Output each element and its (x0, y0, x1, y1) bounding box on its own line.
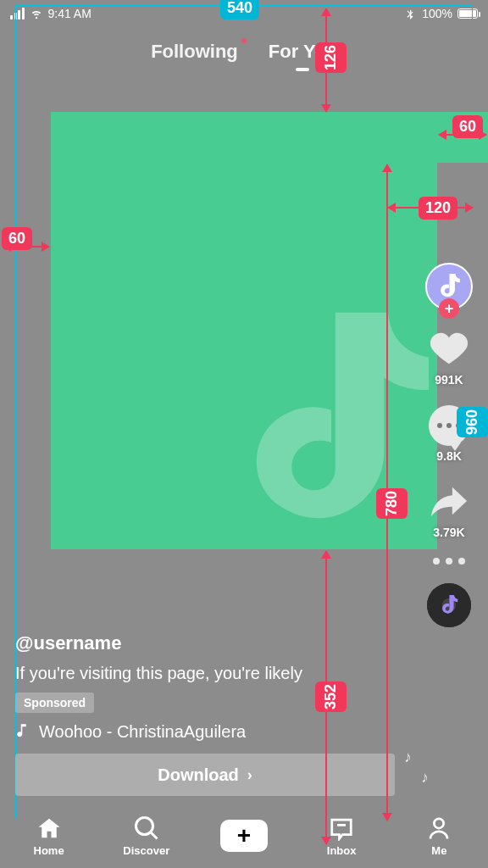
plus-icon: + (237, 824, 251, 848)
like-count: 991K (435, 373, 463, 387)
nav-inbox-label: Inbox (327, 844, 357, 857)
ad-media-placeholder[interactable] (51, 112, 437, 549)
tiktok-avatar-icon (436, 274, 462, 299)
music-title: Woohoo - ChristinaAguilera (39, 722, 246, 742)
nav-inbox[interactable]: Inbox (308, 815, 375, 857)
tab-following[interactable]: Following (151, 41, 238, 63)
music-row[interactable]: Woohoo - ChristinaAguilera (15, 721, 395, 743)
person-icon (426, 815, 452, 841)
author-username[interactable]: @username (15, 632, 395, 654)
comment-button[interactable]: 9.8K (429, 405, 469, 463)
sponsored-badge: Sponsored (15, 693, 94, 713)
share-button[interactable]: 3.79K (429, 481, 469, 539)
disc-note-icon (440, 595, 458, 615)
search-icon (134, 815, 159, 841)
status-time: 9:41 AM (48, 7, 92, 20)
status-right: 100% (403, 7, 478, 20)
nav-me[interactable]: Me (405, 815, 473, 857)
cta-label: Download (158, 765, 239, 785)
chevron-right-icon: › (247, 766, 252, 784)
share-icon (430, 482, 469, 521)
tab-for-you-label: For You (269, 41, 337, 62)
nav-me-label: Me (431, 844, 446, 857)
dim-left-margin: 60 (2, 227, 32, 250)
share-count: 3.79K (433, 526, 464, 539)
music-note-icon (15, 721, 30, 738)
dim-arrow-left (3, 246, 49, 248)
app-root: 9:41 AM 100% Following For You + (0, 0, 488, 868)
feed-tabs: Following For You (0, 41, 488, 63)
inbox-icon (329, 815, 354, 841)
nav-home-label: Home (34, 844, 64, 857)
sound-disc[interactable] (427, 583, 471, 627)
status-bar: 9:41 AM 100% (0, 0, 488, 27)
bottom-nav: Home Discover + Inbox Me (0, 804, 488, 868)
tab-for-you[interactable]: For You (269, 41, 337, 63)
video-info: @username If you're visiting this page, … (15, 632, 395, 743)
home-icon (36, 815, 62, 841)
wifi-icon (30, 8, 43, 19)
status-left: 9:41 AM (10, 7, 92, 20)
battery-icon (458, 8, 478, 19)
battery-percent: 100% (422, 7, 452, 20)
like-button[interactable]: 991K (429, 329, 469, 387)
ad-step-notch (437, 112, 488, 163)
follow-button[interactable]: + (439, 298, 459, 319)
nav-home[interactable]: Home (15, 815, 83, 857)
tiktok-watermark-icon (234, 312, 429, 541)
nav-discover[interactable]: Discover (113, 815, 180, 857)
tab-following-label: Following (151, 41, 238, 62)
cta-button[interactable]: Download › (15, 754, 395, 796)
nav-discover-label: Discover (123, 844, 169, 857)
comment-icon (429, 405, 469, 446)
following-notif-dot (241, 38, 247, 43)
create-button[interactable]: + (220, 820, 268, 852)
signal-icon (10, 8, 25, 19)
comment-count: 9.8K (436, 449, 462, 463)
action-rail: + 991K 9.8K 3.79K (422, 263, 476, 627)
nav-create[interactable]: + (210, 820, 278, 852)
bluetooth-icon (403, 8, 417, 19)
author-avatar[interactable]: + (425, 263, 473, 310)
more-icon (433, 558, 465, 565)
video-caption: If you're visiting this page, you're lik… (15, 663, 395, 684)
more-button[interactable] (433, 558, 465, 565)
heart-icon (430, 330, 469, 369)
